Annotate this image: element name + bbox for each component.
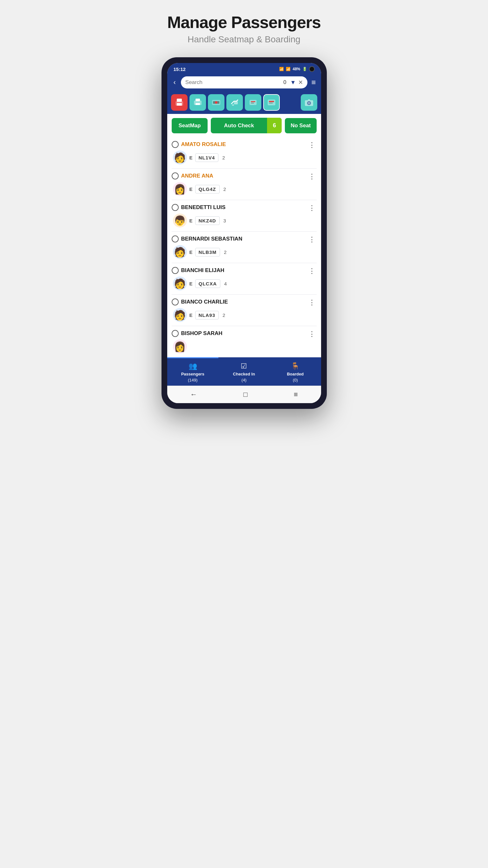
page-subtitle: Handle Seatmap & Boarding: [167, 34, 321, 44]
seat-number: 4: [224, 281, 227, 286]
autocheck-count-badge: 6: [267, 118, 282, 133]
avatar: 👩: [173, 182, 187, 196]
barcode-gun-icon[interactable]: [226, 94, 243, 111]
passenger-menu-button[interactable]: ⋮: [307, 236, 317, 244]
filter-icon[interactable]: ▼: [290, 79, 296, 86]
search-bar: ‹ 0 ▼ ✕ ≡: [167, 74, 321, 92]
svg-rect-1: [177, 99, 182, 102]
table-row: BERNARDI SEBASTIAN 🧑 E NLB3M 2 ⋮: [172, 231, 317, 263]
svg-rect-15: [269, 101, 274, 102]
avatar: 🧑: [173, 151, 187, 164]
svg-rect-14: [268, 100, 275, 105]
passenger-name: BENEDETTI LUIS: [181, 204, 226, 211]
printer-tool-icon[interactable]: [171, 94, 188, 111]
passenger-menu-button[interactable]: ⋮: [307, 330, 317, 338]
passenger-menu-button[interactable]: ⋮: [307, 173, 317, 181]
back-button[interactable]: ‹: [171, 77, 178, 88]
svg-rect-13: [251, 103, 254, 103]
search-input[interactable]: [185, 79, 281, 86]
passenger-name: BERNARDI SEBASTIAN: [181, 236, 242, 242]
tools-row: [167, 92, 321, 114]
avatar: 👦: [173, 214, 187, 227]
svg-rect-11: [250, 100, 257, 105]
class-indicator: E: [190, 312, 193, 318]
android-home-button[interactable]: □: [243, 391, 247, 399]
booking-code: QLCXA: [195, 279, 221, 288]
passenger-menu-button[interactable]: ⋮: [307, 267, 317, 275]
tag-printer-icon[interactable]: [245, 94, 261, 111]
avatar: 🧑: [173, 308, 187, 322]
seat-number: 2: [224, 249, 226, 255]
passengers-tab-icon: 👥: [189, 362, 197, 370]
passenger-menu-button[interactable]: ⋮: [307, 204, 317, 212]
svg-rect-12: [251, 101, 255, 102]
autocheck-button[interactable]: Auto Check 6: [211, 118, 282, 133]
svg-point-19: [308, 102, 310, 104]
checked-in-tab-count: (4): [241, 378, 247, 382]
signal-icon: 📶: [286, 67, 291, 71]
class-indicator: E: [190, 281, 193, 286]
passenger-name: BIANCO CHARLIE: [181, 299, 228, 305]
android-nav-bar: ← □ ≡: [167, 385, 321, 403]
class-indicator: E: [190, 186, 193, 192]
select-radio-andre[interactable]: [172, 173, 179, 180]
passenger-name: BIANCHI ELIJAH: [181, 267, 224, 274]
tab-passengers[interactable]: 👥 Passengers (149): [167, 357, 219, 385]
page-header: Manage Passengers Handle Seatmap & Board…: [167, 13, 321, 44]
avatar: 🧑: [173, 277, 187, 290]
booking-code: QLG4Z: [195, 185, 220, 193]
select-radio-bernardi[interactable]: [172, 236, 179, 243]
menu-button[interactable]: ≡: [310, 77, 317, 88]
avatar: 👩: [173, 340, 187, 353]
camera-dot-icon: [309, 66, 315, 72]
autocheck-label: Auto Check: [211, 118, 267, 133]
android-back-button[interactable]: ←: [190, 391, 197, 399]
scanner-tool-icon[interactable]: [208, 94, 224, 111]
seat-number: 2: [224, 186, 226, 192]
table-row: BISHOP SARAH 👩 ⋮: [172, 326, 317, 357]
phone-device: 15:12 📶 📶 48% 🔋 ‹ 0 ▼ ✕ ≡: [162, 57, 327, 409]
passenger-menu-button[interactable]: ⋮: [307, 299, 317, 307]
svg-rect-5: [196, 103, 200, 105]
select-radio-bianco[interactable]: [172, 299, 179, 306]
battery-text: 48%: [292, 67, 300, 71]
table-row: BENEDETTI LUIS 👦 E NKZ4D 3 ⋮: [172, 200, 317, 231]
svg-rect-9: [234, 101, 238, 104]
svg-rect-16: [269, 103, 273, 103]
passengers-tab-label: Passengers: [181, 372, 204, 376]
android-menu-button[interactable]: ≡: [294, 391, 298, 399]
table-row: BIANCO CHARLIE 🧑 E NLA93 2 ⋮: [172, 294, 317, 326]
boarded-tab-icon: 🪑: [291, 362, 299, 370]
booking-code: NKZ4D: [195, 216, 220, 225]
booking-code: NLB3M: [195, 248, 220, 256]
booking-code: NLA93: [195, 311, 219, 319]
action-buttons-row: SeatMap Auto Check 6 No Seat: [167, 114, 321, 137]
noseat-button[interactable]: No Seat: [285, 118, 316, 133]
passenger-name: ANDRE ANA: [181, 173, 213, 179]
select-radio-benedetti[interactable]: [172, 204, 179, 211]
select-radio-bianchi[interactable]: [172, 267, 179, 274]
svg-rect-4: [196, 99, 200, 101]
class-indicator: E: [190, 155, 193, 160]
label-printer-active-icon[interactable]: [263, 94, 280, 111]
boarded-tab-label: Boarded: [287, 372, 303, 376]
table-row: BIANCHI ELIJAH 🧑 E QLCXA 4 ⋮: [172, 263, 317, 294]
tab-checked-in[interactable]: ☑ Checked In (4): [219, 357, 269, 385]
clear-search-button[interactable]: ✕: [298, 79, 303, 86]
checked-in-tab-icon: ☑: [241, 362, 247, 370]
passenger-menu-button[interactable]: ⋮: [307, 141, 317, 149]
class-indicator: E: [190, 249, 193, 255]
passengers-tab-count: (149): [188, 378, 197, 382]
svg-point-8: [215, 101, 218, 104]
camera-tool-icon[interactable]: [301, 94, 317, 111]
tab-boarded[interactable]: 🪑 Boarded (0): [269, 357, 321, 385]
status-bar: 15:12 📶 📶 48% 🔋: [167, 63, 321, 74]
seat-number: 3: [224, 218, 226, 223]
bottom-tab-bar: 👥 Passengers (149) ☑ Checked In (4) 🪑 Bo…: [167, 357, 321, 385]
seatmap-button[interactable]: SeatMap: [172, 118, 208, 133]
select-radio-amato[interactable]: [172, 141, 179, 148]
select-radio-bishop[interactable]: [172, 330, 179, 337]
thermal-printer-icon[interactable]: [190, 94, 206, 111]
passenger-list: AMATO ROSALIE 🧑 E NL1V4 2 ⋮: [167, 137, 321, 357]
checked-in-tab-label: Checked In: [233, 372, 255, 376]
